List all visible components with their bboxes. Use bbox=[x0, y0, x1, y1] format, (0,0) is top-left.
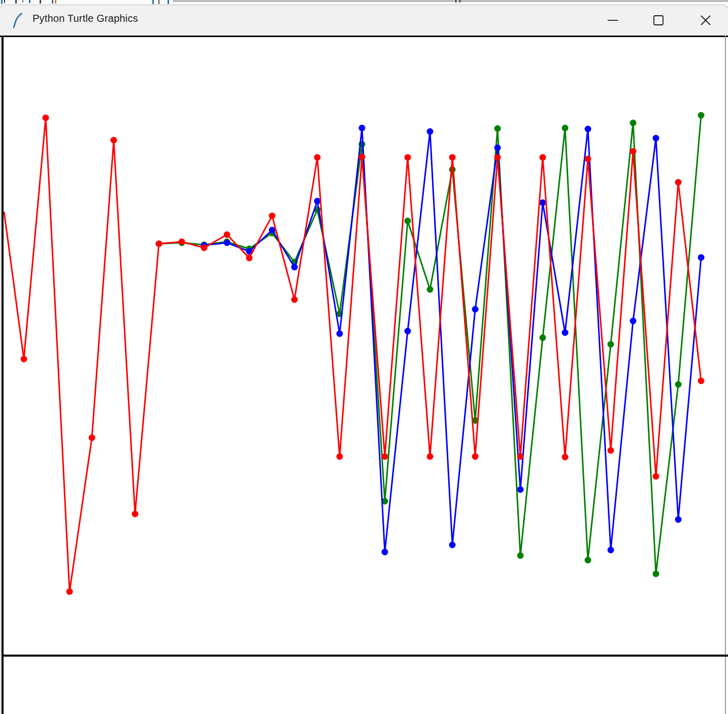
turtle-canvas-drawing bbox=[0, 5, 728, 714]
background-window-mark bbox=[22, 0, 23, 3]
background-window-mark bbox=[158, 0, 159, 4]
background-window-mark bbox=[455, 0, 456, 3]
turtle-graphics-window: Python Turtle Graphics bbox=[0, 5, 728, 714]
background-window-strip bbox=[0, 0, 728, 5]
background-window-mark bbox=[52, 0, 53, 4]
background-window-mark bbox=[55, 0, 56, 4]
background-window-mark bbox=[173, 0, 728, 2]
background-window-mark bbox=[40, 0, 41, 4]
background-window-mark bbox=[29, 0, 30, 3]
background-window-mark bbox=[1, 0, 3, 4]
background-window-mark bbox=[4, 0, 5, 3]
background-window-mark bbox=[152, 0, 154, 4]
background-window-mark bbox=[15, 0, 17, 4]
background-window-mark bbox=[459, 0, 460, 3]
background-window-mark bbox=[168, 0, 169, 4]
